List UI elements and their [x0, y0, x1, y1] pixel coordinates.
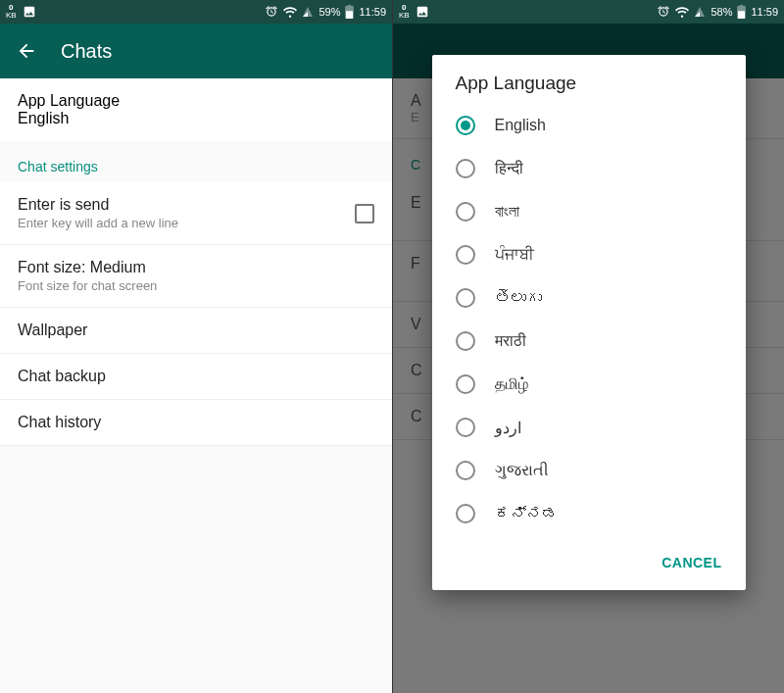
setting-app-language[interactable]: App Language English [0, 78, 392, 141]
setting-wallpaper[interactable]: Wallpaper [0, 308, 392, 354]
setting-value: English [18, 110, 374, 127]
option-label: मराठी [495, 332, 526, 350]
language-option[interactable]: اردو [432, 406, 746, 449]
language-option[interactable]: தமிழ் [432, 363, 746, 406]
setting-enter-is-send[interactable]: Enter is send Enter key will add a new l… [0, 182, 392, 245]
battery-icon [737, 5, 746, 19]
setting-label: Wallpaper [18, 322, 374, 339]
section-header-chat-settings: Chat settings [0, 141, 392, 182]
cancel-button[interactable]: CANCEL [650, 547, 733, 578]
page-title: Chats [61, 40, 112, 63]
language-option[interactable]: বাংলা [432, 190, 746, 233]
dialog-actions: CANCEL [432, 539, 746, 590]
radio-button[interactable] [456, 331, 475, 351]
language-option[interactable]: ગુજરાતી [432, 449, 746, 492]
setting-label: Enter is send [18, 196, 355, 214]
alarm-icon [265, 5, 278, 19]
clock-time: 11:59 [359, 6, 386, 18]
back-arrow-icon[interactable] [16, 40, 37, 62]
wifi-icon [283, 5, 297, 19]
setting-chat-backup[interactable]: Chat backup [0, 354, 392, 400]
setting-label: Chat backup [18, 368, 374, 385]
option-label: ಕನ್ನಡ [495, 505, 558, 522]
screen-language-dialog: 0 KB 58% 11:59 A [392, 0, 784, 693]
radio-button[interactable] [456, 461, 475, 480]
signal-icon [302, 6, 314, 18]
radio-button[interactable] [456, 374, 475, 394]
radio-button[interactable] [456, 288, 475, 308]
setting-sub: Font size for chat screen [18, 278, 374, 293]
data-indicator: 0 KB [6, 4, 17, 20]
option-label: ਪੰਜਾਬੀ [495, 246, 534, 264]
radio-button[interactable] [456, 202, 475, 222]
radio-button[interactable] [456, 504, 475, 523]
language-option[interactable]: English [432, 104, 746, 147]
setting-font-size[interactable]: Font size: Medium Font size for chat scr… [0, 245, 392, 308]
battery-percent: 58% [710, 6, 732, 18]
setting-sub: Enter key will add a new line [18, 216, 355, 230]
option-label: বাংলা [495, 203, 519, 221]
status-bar: 0 KB 58% 11:59 [393, 0, 784, 24]
radio-button[interactable] [456, 245, 475, 265]
dialog-title: App Language [432, 55, 746, 104]
image-icon [23, 5, 36, 19]
status-bar: 0 KB 59% 11:59 [0, 0, 392, 24]
image-icon [416, 5, 429, 19]
language-option[interactable]: हिन्दी [432, 147, 746, 190]
clock-time: 11:59 [751, 6, 778, 18]
option-label: اردو [495, 419, 521, 437]
setting-chat-history[interactable]: Chat history [0, 400, 392, 446]
battery-percent: 59% [318, 6, 340, 18]
language-option[interactable]: ਪੰਜਾਬੀ [432, 233, 746, 276]
option-label: हिन्दी [495, 160, 523, 177]
setting-label: App Language [18, 92, 374, 110]
language-option[interactable]: मराठी [432, 320, 746, 363]
language-option[interactable]: ಕನ್ನಡ [432, 492, 746, 535]
setting-label: Font size: Medium [18, 259, 374, 276]
alarm-icon [657, 5, 670, 19]
radio-button[interactable] [456, 116, 475, 135]
data-indicator: 0 KB [399, 4, 410, 20]
app-bar: Chats [0, 24, 392, 78]
language-dialog: App Language English हिन्दी বাংলা ਪੰਜਾਬੀ [432, 55, 746, 590]
battery-icon [345, 5, 354, 19]
checkbox[interactable] [355, 204, 374, 223]
language-option[interactable]: తెలుగు [432, 276, 746, 320]
radio-button[interactable] [456, 418, 475, 437]
setting-label: Chat history [18, 414, 374, 431]
modal-overlay[interactable]: App Language English हिन्दी বাংলা ਪੰਜਾਬੀ [393, 24, 784, 693]
screen-chats-settings: 0 KB 59% 11:59 [0, 0, 392, 693]
signal-icon [694, 6, 706, 18]
language-options: English हिन्दी বাংলা ਪੰਜਾਬੀ తెలుగు [432, 104, 746, 539]
option-label: தமிழ் [495, 375, 528, 393]
wifi-icon [675, 5, 689, 19]
option-label: ગુજરાતી [495, 462, 549, 479]
option-label: English [495, 117, 546, 134]
radio-button[interactable] [456, 159, 475, 178]
option-label: తెలుగు [495, 289, 542, 307]
settings-list: App Language English Chat settings Enter… [0, 78, 392, 693]
